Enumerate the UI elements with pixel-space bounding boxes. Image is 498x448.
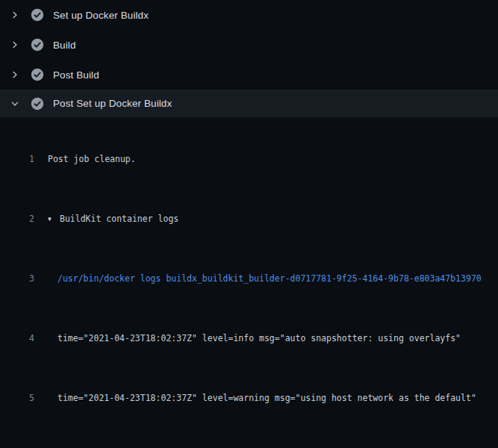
step-row-post-setup-docker-buildx[interactable]: Post Set up Docker Buildx xyxy=(0,90,498,117)
check-circle-icon xyxy=(31,68,44,81)
log-line-text: time="2021-04-23T18:02:37Z" level=info m… xyxy=(34,331,461,346)
log-line-text: ▼BuildKit container logs xyxy=(34,211,178,226)
line-number[interactable]: 5 xyxy=(0,391,34,405)
step-label: Post Set up Docker Buildx xyxy=(53,98,172,109)
log-line: 5 time="2021-04-23T18:02:37Z" level=warn… xyxy=(0,391,498,405)
chevron-right-icon[interactable] xyxy=(9,69,21,81)
log-content: 1 Post job cleanup. 2 ▼BuildKit containe… xyxy=(0,117,498,448)
step-label: Post Build xyxy=(53,69,99,81)
log-line-text: /usr/bin/docker logs buildx_buildkit_bui… xyxy=(34,271,482,286)
line-number[interactable]: 3 xyxy=(0,271,34,286)
log-line-text: Post job cleanup. xyxy=(34,152,136,167)
line-number[interactable]: 1 xyxy=(0,152,34,167)
line-number[interactable]: 4 xyxy=(0,331,34,346)
log-line: 3 /usr/bin/docker logs buildx_buildkit_b… xyxy=(0,271,498,286)
check-circle-icon xyxy=(31,8,44,22)
chevron-down-icon[interactable] xyxy=(9,98,21,110)
step-row-post-build[interactable]: Post Build xyxy=(0,60,498,90)
step-row-build[interactable]: Build xyxy=(0,30,498,60)
log-line: 4 time="2021-04-23T18:02:37Z" level=info… xyxy=(0,331,498,346)
chevron-right-icon[interactable] xyxy=(9,39,21,51)
log-line: 1 Post job cleanup. xyxy=(0,152,498,167)
log-line: 2 ▼BuildKit container logs xyxy=(0,211,498,226)
step-row-setup-docker-buildx[interactable]: Set up Docker Buildx xyxy=(0,0,498,30)
chevron-right-icon[interactable] xyxy=(9,9,21,21)
step-label: Set up Docker Buildx xyxy=(53,10,149,21)
line-number[interactable]: 2 xyxy=(0,211,34,226)
log-group-toggle-icon[interactable]: ▼ xyxy=(48,212,60,226)
steps-list: Set up Docker Buildx Build Post Build xyxy=(0,0,498,117)
step-label: Build xyxy=(53,40,76,51)
check-circle-icon xyxy=(31,38,44,52)
log-line-text: time="2021-04-23T18:02:37Z" level=warnin… xyxy=(34,391,476,405)
workflow-log-panel: Set up Docker Buildx Build Post Build xyxy=(0,0,498,448)
check-circle-icon xyxy=(31,97,44,111)
